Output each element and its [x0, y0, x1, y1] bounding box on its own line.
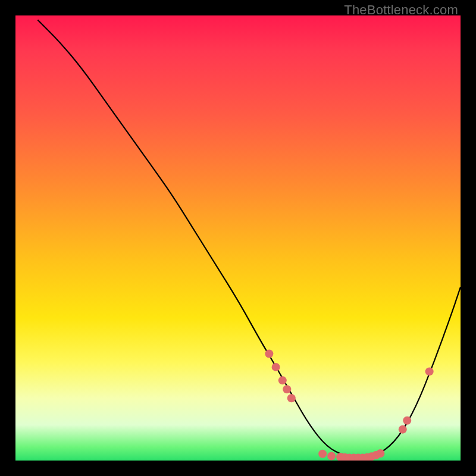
- marker-dot: [327, 452, 336, 461]
- marker-dot: [287, 394, 296, 402]
- marker-dot: [403, 416, 411, 425]
- watermark-text: TheBottleneck.com: [344, 2, 458, 18]
- marker-dot: [318, 450, 327, 458]
- marker-dot: [265, 349, 273, 358]
- chart-svg: [15, 15, 461, 461]
- chart-frame: [15, 15, 461, 461]
- bottleneck-curve: [37, 20, 461, 458]
- marker-dot: [278, 376, 287, 384]
- marker-dot: [399, 425, 407, 434]
- marker-dot: [425, 367, 434, 375]
- marker-dot: [272, 363, 280, 371]
- marker-dot: [376, 449, 384, 458]
- marker-dot: [283, 385, 291, 393]
- marker-dots: [265, 349, 433, 461]
